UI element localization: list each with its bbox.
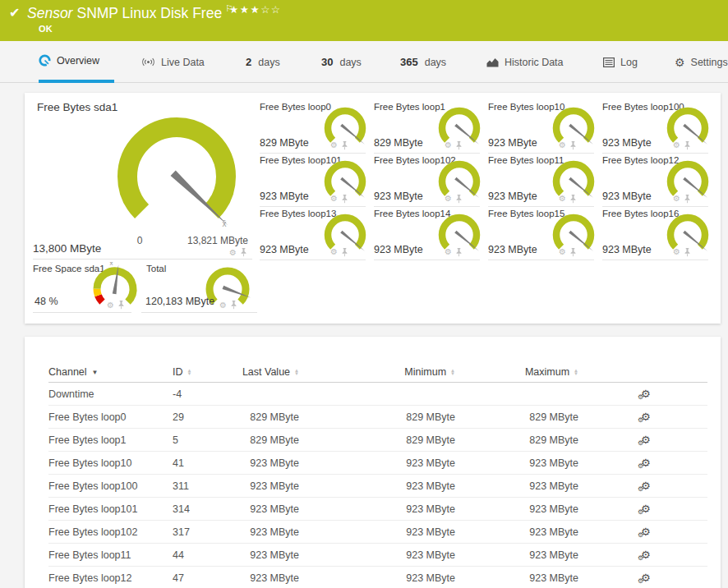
gauge-settings-gear-icon[interactable]: ⚙ (559, 248, 566, 257)
mini-gauge-grid: Free Bytes loop0829 MByte⚙Free Bytes loo… (260, 100, 716, 260)
mini-gauge-value: 923 MByte (488, 137, 537, 149)
mini-gauge-value: 923 MByte (260, 244, 309, 255)
table-row[interactable]: Free Bytes loop029829 MByte829 MByte829 … (48, 406, 707, 429)
tab-historic-data[interactable]: Historic Data (486, 41, 564, 83)
gauge-settings-gear-icon[interactable]: ⚙ (673, 141, 680, 150)
table-row[interactable]: Free Bytes loop15829 MByte829 MByte829 M… (48, 429, 707, 452)
gauge-settings-gear-icon[interactable]: ⚙ (330, 248, 338, 257)
gauge-pin-icon[interactable] (569, 195, 577, 204)
gauge-settings-gear-icon[interactable]: ⚙ (107, 301, 114, 310)
gauge-settings-gear-icon[interactable]: ⚙ (219, 301, 227, 310)
channel-settings-icon[interactable]: ⚙⚙ (641, 434, 651, 445)
tab-live-data[interactable]: Live Data (141, 41, 205, 83)
channel-settings-icon[interactable]: ⚙⚙ (641, 411, 651, 422)
tab-30-days[interactable]: 30 days (321, 41, 362, 83)
cell-id: 311 (173, 475, 242, 498)
divider (488, 260, 594, 260)
tab-overview[interactable]: Overview (39, 41, 114, 83)
channel-settings-icon[interactable]: ⚙⚙ (641, 526, 651, 537)
gauge-scale-min: 0 (130, 235, 150, 246)
cell-id: 317 (173, 521, 242, 544)
cell-channel: Free Bytes loop1 (48, 429, 173, 452)
gauge-pin-icon[interactable] (341, 141, 348, 150)
mini-gauge-cell: Free Bytes loop102923 MByte⚙ (374, 154, 488, 207)
table-row[interactable]: Free Bytes loop102317923 MByte923 MByte9… (48, 521, 707, 544)
column-header-channel[interactable]: Channel▼ (48, 361, 173, 383)
table-row[interactable]: Free Bytes loop1247923 MByte923 MByte923… (48, 567, 707, 588)
cell-id: 314 (173, 498, 242, 521)
mini-gauge-cell: Free Bytes loop1829 MByte⚙ (374, 100, 488, 154)
main-gauge: x̄ (99, 103, 255, 254)
tab-label: Settings (691, 57, 728, 68)
priority-stars[interactable]: ★★★☆☆ (229, 3, 282, 16)
mini-gauge-cell: Free Bytes loop0829 MByte⚙ (260, 100, 374, 154)
gauge-settings-gear-icon[interactable]: ⚙ (445, 248, 452, 257)
tab-number: 2 (246, 56, 251, 68)
gauge-pin-icon[interactable] (230, 301, 237, 310)
gauge-settings-gear-icon[interactable]: ⚙ (330, 195, 338, 204)
tab-settings[interactable]: ⚙ Settings (675, 41, 728, 83)
cell-maximum: 923 MByte (455, 475, 578, 498)
table-row[interactable]: Downtime-4⚙⚙ (48, 383, 707, 406)
total-value: 120,183 MByte (145, 296, 214, 307)
cell-actions: ⚙⚙ (578, 567, 707, 588)
channel-settings-icon[interactable]: ⚙⚙ (641, 480, 651, 491)
tab-365-days[interactable]: 365 days (400, 41, 446, 83)
gauge-settings-gear-icon[interactable]: ⚙ (673, 195, 680, 204)
mini-gauge-value: 829 MByte (260, 137, 309, 149)
gauge-pin-icon[interactable] (455, 248, 463, 257)
cell-actions: ⚙⚙ (578, 521, 707, 544)
tab-2-days[interactable]: 2 days (246, 41, 280, 83)
gauge-settings-gear-icon[interactable]: ⚙ (330, 141, 338, 150)
page-title: SensorSNMP Linux Disk Free⚐ (27, 3, 233, 22)
sort-both-icon: ▲▼ (450, 369, 455, 376)
column-header-maximum[interactable]: Maximum▲▼ (455, 361, 578, 383)
gauge-settings-gear-icon[interactable]: ⚙ (673, 248, 680, 257)
gauge-pin-icon[interactable] (117, 301, 125, 310)
table-row[interactable]: Free Bytes loop1041923 MByte923 MByte923… (48, 452, 707, 475)
mini-gauge-icons: ⚙ (445, 195, 463, 204)
cell-id: 47 (173, 567, 242, 588)
gauge-pin-icon[interactable] (341, 195, 348, 204)
channel-settings-icon[interactable]: ⚙⚙ (641, 503, 651, 514)
channel-settings-icon[interactable]: ⚙⚙ (641, 457, 651, 468)
channel-settings-icon[interactable]: ⚙⚙ (641, 549, 651, 560)
table-row[interactable]: Free Bytes loop101314923 MByte923 MByte9… (48, 498, 707, 521)
mini-gauge-value: 923 MByte (260, 191, 309, 202)
tab-label: days (425, 57, 446, 68)
gauge-settings-gear-icon[interactable]: ⚙ (559, 195, 566, 204)
gauge-pin-icon[interactable] (455, 195, 463, 204)
cell-last-value: 923 MByte (242, 544, 299, 567)
column-header-id[interactable]: ID▲▼ (173, 361, 242, 383)
gauge-pin-icon[interactable] (569, 141, 577, 150)
cell-maximum: 923 MByte (455, 521, 578, 544)
table-header-row: Channel▼ ID▲▼ Last Value▲▼ Minimum▲▼ Max… (48, 361, 707, 383)
gauge-pin-icon[interactable] (684, 195, 691, 204)
table-row[interactable]: Free Bytes loop100311923 MByte923 MByte9… (48, 475, 707, 498)
column-label: Channel (48, 366, 87, 378)
gauge-settings-gear-icon[interactable]: ⚙ (445, 195, 452, 204)
cell-maximum (455, 383, 578, 406)
gauge-settings-gear-icon[interactable]: ⚙ (229, 249, 237, 257)
column-header-minimum[interactable]: Minimum▲▼ (299, 361, 455, 383)
gauge-pin-icon[interactable] (455, 141, 463, 150)
table-row[interactable]: Free Bytes loop1144923 MByte923 MByte923… (48, 544, 707, 567)
gauge-settings-gear-icon[interactable]: ⚙ (445, 141, 452, 150)
cell-last-value: 829 MByte (242, 429, 299, 452)
gauge-pin-icon[interactable] (684, 248, 691, 257)
divider (33, 259, 252, 260)
cell-minimum (299, 383, 455, 406)
cell-actions: ⚙⚙ (578, 383, 707, 406)
tab-log[interactable]: Log (603, 41, 638, 83)
gauge-pin-icon[interactable] (684, 141, 691, 150)
column-label: Minimum (404, 366, 446, 378)
channel-settings-icon[interactable]: ⚙⚙ (641, 572, 651, 583)
gauge-settings-gear-icon[interactable]: ⚙ (559, 141, 566, 150)
gauge-pin-icon[interactable] (569, 248, 577, 257)
channel-settings-icon[interactable]: ⚙⚙ (641, 388, 651, 399)
gauge-pin-icon[interactable] (341, 248, 348, 257)
column-header-last-value[interactable]: Last Value▲▼ (242, 361, 299, 383)
sort-both-icon: ▲▼ (187, 369, 192, 376)
gauge-pin-icon[interactable] (240, 248, 247, 257)
gauge-icon (39, 54, 51, 67)
